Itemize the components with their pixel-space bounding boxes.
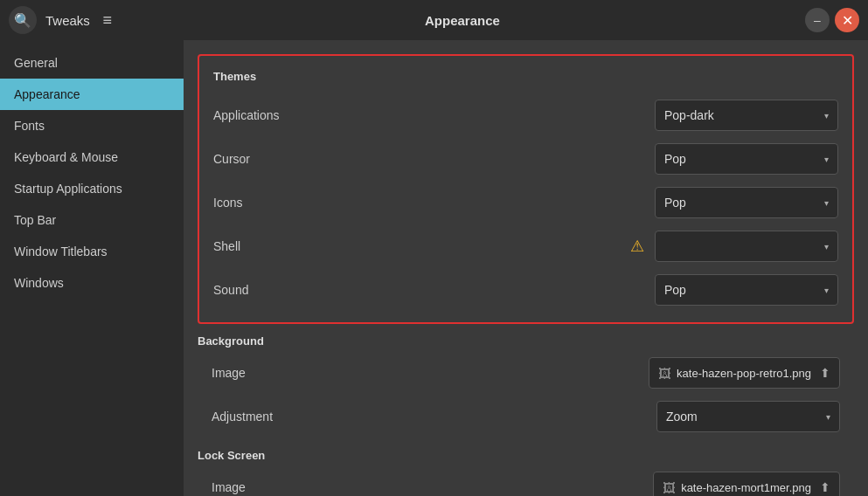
dropdown-arrow-icon: ▾ <box>824 111 829 121</box>
themes-shell-dropdown[interactable]: ▾ <box>655 231 838 262</box>
themes-applications-dropdown[interactable]: Pop-dark ▾ <box>655 100 838 131</box>
window-controls: – ✕ <box>805 8 859 32</box>
sidebar-item-startup-applications[interactable]: Startup Applications <box>0 173 184 204</box>
lock-screen-section: Lock Screen Image 🖼 kate-hazen-mort1mer.… <box>198 449 854 496</box>
minimize-icon: – <box>814 13 821 27</box>
sidebar-item-appearance[interactable]: Appearance <box>0 79 184 110</box>
background-image-value: kate-hazen-pop-retro1.png <box>677 367 811 380</box>
upload-icon: ⬆ <box>820 366 830 380</box>
search-button[interactable]: 🔍 <box>9 6 37 34</box>
themes-section: Themes Applications Pop-dark ▾ Cursor Po… <box>198 54 854 324</box>
background-header: Background <box>198 334 854 348</box>
themes-cursor-value: Pop <box>664 152 686 166</box>
close-icon: ✕ <box>842 12 853 29</box>
window-title: Appearance <box>120 13 805 28</box>
lock-screen-header: Lock Screen <box>198 449 854 462</box>
lock-screen-image-controls: 🖼 kate-hazen-mort1mer.png ⬆ <box>653 472 840 496</box>
sidebar-item-windows[interactable]: Windows <box>0 267 184 299</box>
themes-shell-row: Shell ⚠ ▾ <box>199 224 852 268</box>
image-file-icon: 🖼 <box>658 366 671 381</box>
background-image-row: Image 🖼 kate-hazen-pop-retro1.png ⬆ <box>198 351 854 395</box>
image-file-icon: 🖼 <box>663 480 676 495</box>
themes-header: Themes <box>199 70 852 90</box>
themes-applications-value: Pop-dark <box>664 108 714 122</box>
close-button[interactable]: ✕ <box>835 8 859 32</box>
menu-icon: ≡ <box>103 11 113 30</box>
themes-applications-label: Applications <box>213 108 655 122</box>
sidebar-item-general[interactable]: General <box>0 47 184 79</box>
themes-icons-value: Pop <box>664 196 686 210</box>
sidebar-item-fonts[interactable]: Fonts <box>0 110 184 141</box>
sidebar-item-window-titlebars[interactable]: Window Titlebars <box>0 236 184 267</box>
search-icon: 🔍 <box>14 12 31 29</box>
background-image-controls: 🖼 kate-hazen-pop-retro1.png ⬆ <box>649 357 840 389</box>
themes-sound-value: Pop <box>664 283 686 297</box>
background-adjustment-row: Adjustment Zoom ▾ <box>198 395 854 438</box>
themes-icons-row: Icons Pop ▾ <box>199 181 852 224</box>
themes-icons-dropdown[interactable]: Pop ▾ <box>655 187 838 218</box>
themes-sound-dropdown[interactable]: Pop ▾ <box>655 274 838 306</box>
themes-cursor-dropdown[interactable]: Pop ▾ <box>655 143 838 175</box>
sidebar-item-keyboard-mouse[interactable]: Keyboard & Mouse <box>0 141 184 173</box>
main-layout: General Appearance Fonts Keyboard & Mous… <box>0 40 868 496</box>
themes-icons-label: Icons <box>213 196 655 210</box>
app-name: Tweaks <box>45 13 90 28</box>
themes-applications-row: Applications Pop-dark ▾ <box>199 93 852 137</box>
warning-icon: ⚠ <box>630 237 644 256</box>
dropdown-arrow-icon: ▾ <box>824 286 829 295</box>
menu-button[interactable]: ≡ <box>95 8 120 32</box>
background-adjustment-value: Zoom <box>666 410 698 424</box>
themes-cursor-label: Cursor <box>213 152 655 166</box>
dropdown-arrow-icon: ▾ <box>824 155 829 164</box>
themes-sound-label: Sound <box>213 283 655 297</box>
lock-screen-image-label: Image <box>212 480 653 494</box>
lock-screen-image-button[interactable]: 🖼 kate-hazen-mort1mer.png ⬆ <box>653 472 840 496</box>
themes-sound-row: Sound Pop ▾ <box>199 268 852 312</box>
minimize-button[interactable]: – <box>805 8 830 32</box>
sidebar-item-top-bar[interactable]: Top Bar <box>0 204 184 236</box>
dropdown-arrow-icon: ▾ <box>824 242 829 251</box>
background-image-button[interactable]: 🖼 kate-hazen-pop-retro1.png ⬆ <box>649 357 840 389</box>
sidebar: General Appearance Fonts Keyboard & Mous… <box>0 40 184 496</box>
content-area: Themes Applications Pop-dark ▾ Cursor Po… <box>184 40 868 496</box>
background-adjustment-dropdown[interactable]: Zoom ▾ <box>656 401 840 432</box>
background-section: Background Image 🖼 kate-hazen-pop-retro1… <box>198 334 854 438</box>
upload-icon: ⬆ <box>820 480 830 494</box>
lock-screen-image-value: kate-hazen-mort1mer.png <box>681 481 811 494</box>
background-adjustment-label: Adjustment <box>212 410 656 424</box>
dropdown-arrow-icon: ▾ <box>826 412 830 422</box>
titlebar: 🔍 Tweaks ≡ Appearance – ✕ <box>0 0 868 40</box>
lock-screen-image-row: Image 🖼 kate-hazen-mort1mer.png ⬆ <box>198 465 854 496</box>
dropdown-arrow-icon: ▾ <box>824 198 829 208</box>
themes-shell-label: Shell <box>213 239 630 253</box>
themes-cursor-row: Cursor Pop ▾ <box>199 137 852 181</box>
background-image-label: Image <box>212 366 649 380</box>
